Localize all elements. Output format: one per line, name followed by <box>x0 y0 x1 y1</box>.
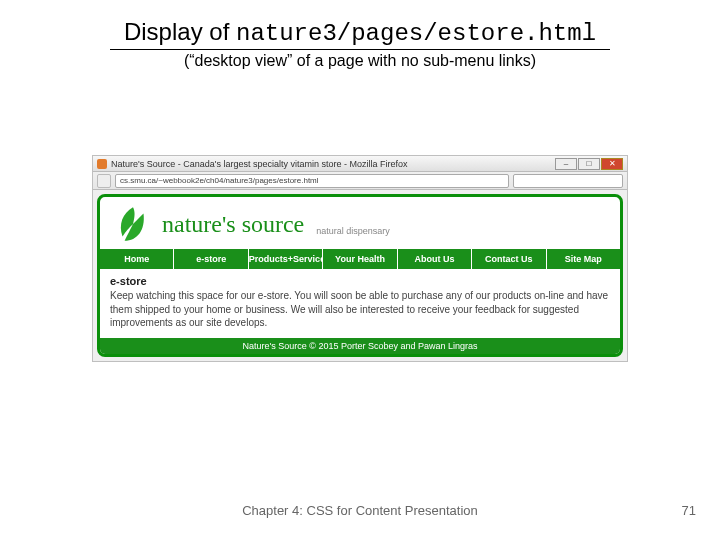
nav-sitemap[interactable]: Site Map <box>547 249 620 269</box>
slide-footer-text: Chapter 4: CSS for Content Presentation <box>0 503 720 518</box>
browser-search-field[interactable] <box>513 174 623 188</box>
window-title-bar: Nature's Source - Canada's largest speci… <box>93 156 627 172</box>
window-title-text: Nature's Source - Canada's largest speci… <box>111 159 408 169</box>
nav-products[interactable]: Products+Services <box>249 249 323 269</box>
slide-title: Display of nature3/pages/estore.html <box>0 18 720 47</box>
address-bar: cs.smu.ca/~webbook2e/ch04/nature3/pages/… <box>93 172 627 190</box>
logo-area: nature's source natural dispensary <box>100 197 620 249</box>
url-field[interactable]: cs.smu.ca/~webbook2e/ch04/nature3/pages/… <box>115 174 509 188</box>
nav-health[interactable]: Your Health <box>323 249 397 269</box>
maximize-button[interactable]: □ <box>578 158 600 170</box>
brand-wordmark: nature's source <box>162 211 304 238</box>
nav-about[interactable]: About Us <box>398 249 472 269</box>
brand-tagline: natural dispensary <box>316 226 390 236</box>
title-underline <box>110 49 610 50</box>
page-content: e-store Keep watching this space for our… <box>100 269 620 338</box>
minimize-button[interactable]: – <box>555 158 577 170</box>
nav-home[interactable]: Home <box>100 249 174 269</box>
leaf-icon <box>112 203 154 245</box>
title-prefix: Display of <box>124 18 236 45</box>
page-footer-bar: Nature's Source © 2015 Porter Scobey and… <box>100 338 620 354</box>
back-button[interactable] <box>97 174 111 188</box>
content-heading: e-store <box>110 275 610 287</box>
slide-page-number: 71 <box>682 503 696 518</box>
webpage-body: nature's source natural dispensary Home … <box>97 194 623 357</box>
firefox-icon <box>97 159 107 169</box>
browser-screenshot: Nature's Source - Canada's largest speci… <box>92 155 628 362</box>
nav-contact[interactable]: Contact Us <box>472 249 546 269</box>
slide-subtitle: (“desktop view” of a page with no sub-me… <box>0 52 720 70</box>
main-nav: Home e-store Products+Services Your Heal… <box>100 249 620 269</box>
nav-estore[interactable]: e-store <box>174 249 248 269</box>
slide: Display of nature3/pages/estore.html (“d… <box>0 0 720 540</box>
close-button[interactable]: ✕ <box>601 158 623 170</box>
content-body: Keep watching this space for our e-store… <box>110 289 610 330</box>
window-buttons: – □ ✕ <box>555 158 623 170</box>
title-path: nature3/pages/estore.html <box>236 20 596 47</box>
